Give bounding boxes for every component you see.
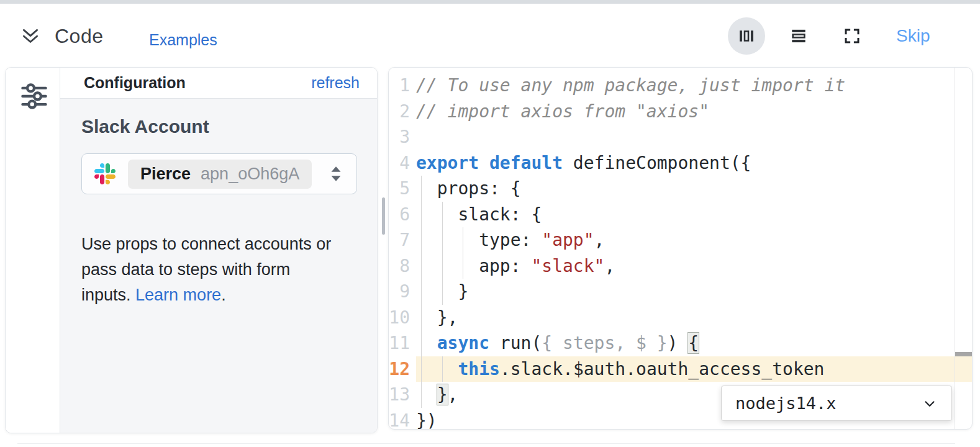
indent-guide xyxy=(421,356,422,382)
skip-link[interactable]: Skip xyxy=(896,26,930,46)
indent-guide xyxy=(421,202,422,228)
select-up-down-icon xyxy=(328,165,344,183)
sliders-icon[interactable] xyxy=(19,81,49,111)
line-number: 3 xyxy=(389,124,416,150)
line-content[interactable]: slack: { xyxy=(416,202,972,228)
configuration-body: Configuration refresh Slack Account Pier… xyxy=(60,68,377,433)
line-number: 11 xyxy=(389,330,416,356)
code-token xyxy=(416,359,458,379)
line-content[interactable]: }, xyxy=(416,305,972,331)
description-line-2: pass data to steps with form xyxy=(81,260,290,279)
code-token: props: { xyxy=(416,178,521,199)
code-line[interactable]: 3 xyxy=(389,124,972,150)
slack-account-select[interactable]: Pierce apn_oOh6gA xyxy=(81,153,357,194)
fullscreen-icon xyxy=(843,27,861,45)
configuration-content: Slack Account Pierce apn_oOh6gA xyxy=(60,99,377,433)
line-content[interactable]: // To use any npm package, just import i… xyxy=(416,73,972,99)
indent-guide xyxy=(421,330,422,356)
indent-guide xyxy=(442,279,443,305)
code-token: "app" xyxy=(542,230,594,250)
code-line[interactable]: 2// import axios from "axios" xyxy=(389,99,972,125)
fullscreen-button[interactable] xyxy=(841,25,863,47)
indent-guide xyxy=(421,305,422,331)
line-content[interactable]: props: { xyxy=(416,176,972,202)
double-chevron-down-icon xyxy=(20,26,41,47)
code-token xyxy=(416,333,437,353)
code-line[interactable]: 11 async run({ steps, $ }) { xyxy=(389,330,972,356)
horizontal-split-icon xyxy=(789,26,809,46)
line-number: 7 xyxy=(389,227,416,253)
account-token: apn_oOh6gA xyxy=(201,165,299,184)
indent-guide xyxy=(463,253,463,279)
code-token: app: xyxy=(416,256,531,276)
line-number: 8 xyxy=(389,253,416,279)
step-side-rail xyxy=(6,68,60,433)
indent-guide xyxy=(463,227,463,253)
code-token: export default xyxy=(416,153,563,173)
line-content[interactable] xyxy=(416,124,972,150)
step-title: Code xyxy=(55,25,104,48)
indent-guide xyxy=(442,356,443,382)
code-line[interactable]: 9 } xyxy=(389,279,972,305)
indent-guide xyxy=(442,202,443,228)
collapse-step-button[interactable] xyxy=(20,26,41,47)
line-content[interactable]: export default defineComponent({ xyxy=(416,150,972,176)
indent-guide xyxy=(421,382,422,408)
line-content[interactable]: async run({ steps, $ }) { xyxy=(416,330,972,356)
line-content[interactable]: // import axios from "axios" xyxy=(416,99,972,125)
line-content[interactable]: } xyxy=(416,279,972,305)
code-token: { steps, $ } xyxy=(542,333,667,353)
line-content[interactable]: type: "app", xyxy=(416,227,972,253)
indent-guide xyxy=(421,279,422,305)
code-token: , xyxy=(594,230,605,250)
description-line-1: Use props to connect accounts or xyxy=(81,235,331,253)
refresh-link[interactable]: refresh xyxy=(311,74,360,92)
line-content[interactable]: app: "slack", xyxy=(416,253,972,279)
code-line[interactable]: 1// To use any npm package, just import … xyxy=(389,73,972,99)
selected-account-pill: Pierce apn_oOh6gA xyxy=(128,160,312,189)
line-number: 12 xyxy=(389,356,416,382)
code-token: type: xyxy=(416,230,542,250)
line-number: 1 xyxy=(389,73,416,99)
config-scrollbar-thumb[interactable] xyxy=(382,197,385,235)
code-token: { xyxy=(687,332,699,354)
code-lines: 1// To use any npm package, just import … xyxy=(389,73,972,430)
code-token: }) xyxy=(416,410,437,430)
line-number: 2 xyxy=(389,99,416,125)
line-number: 10 xyxy=(389,305,416,331)
indent-guide xyxy=(442,253,443,279)
code-token: // import axios from "axios" xyxy=(416,101,709,122)
indent-guide xyxy=(421,227,422,253)
code-token: , xyxy=(448,384,458,405)
scrollbar-position-marker[interactable] xyxy=(955,352,972,356)
code-line[interactable]: 7 type: "app", xyxy=(389,227,972,253)
code-token: defineComponent({ xyxy=(563,153,751,173)
code-token: }, xyxy=(416,307,458,328)
topbar: Code Examples Skip xyxy=(0,4,980,65)
code-line[interactable]: 8 app: "slack", xyxy=(389,253,972,279)
slack-logo-icon xyxy=(94,163,116,184)
code-token: "slack" xyxy=(531,256,604,276)
line-content[interactable]: this.slack.$auth.oauth_access_token xyxy=(416,356,972,382)
code-line[interactable]: 10 }, xyxy=(389,305,972,331)
line-number: 6 xyxy=(389,202,416,228)
layout-vertical-split-button[interactable] xyxy=(728,17,765,55)
code-line[interactable]: 4export default defineComponent({ xyxy=(389,150,972,176)
code-token: , xyxy=(604,256,615,276)
code-token: } xyxy=(437,384,448,405)
layout-horizontal-split-button[interactable] xyxy=(787,25,810,47)
code-token: .slack.$auth.oauth_access_token xyxy=(500,359,825,379)
code-line[interactable]: 6 slack: { xyxy=(389,202,972,228)
bottom-divider xyxy=(17,443,955,444)
line-number: 9 xyxy=(389,279,416,305)
examples-link[interactable]: Examples xyxy=(149,31,217,49)
code-token: slack: { xyxy=(416,204,542,225)
code-line[interactable]: 12 this.slack.$auth.oauth_access_token xyxy=(389,356,972,382)
vertical-split-icon xyxy=(737,27,756,45)
configuration-title: Configuration xyxy=(84,74,186,92)
learn-more-link[interactable]: Learn more xyxy=(135,286,221,304)
runtime-select[interactable]: nodejs14.x xyxy=(721,386,952,421)
code-token: ) xyxy=(668,333,689,353)
line-number: 13 xyxy=(389,382,416,408)
code-line[interactable]: 5 props: { xyxy=(389,176,972,202)
